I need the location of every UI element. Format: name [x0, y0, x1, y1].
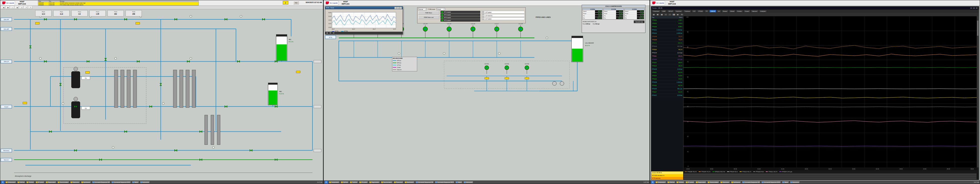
cursor-row[interactable]: 4CV155 deviation hi: [651, 174, 683, 177]
lp-option-row[interactable]: ✓ 1 LP loaded: [482, 11, 525, 14]
trend-tab[interactable]: Analysis: [759, 10, 767, 13]
tag-row[interactable]: PT6104 12.4 bar: [651, 51, 683, 54]
taskbar-button[interactable]: Parameters: [720, 181, 730, 184]
taskbar-button[interactable]: Valves: [455, 181, 463, 184]
legend-item[interactable]: PT6104 52.0: [727, 171, 738, 173]
toolbar-button[interactable]: ◀: [1, 6, 5, 9]
alarm-row[interactable]: 8/30/2025 5:36:41 AM 4CV155 Cold box tem…: [38, 2, 199, 4]
legend-item[interactable]: TT6111 30.2 K: [766, 171, 777, 173]
trend-tab[interactable]: Overview: [652, 10, 660, 13]
minimize-button[interactable]: –: [970, 7, 972, 9]
tag-row[interactable]: TT6112 35.6 K: [651, 61, 683, 64]
turbine-status-row[interactable]: ✓ 4T73 loaded: [441, 16, 480, 19]
turbine-status-row[interactable]: ✓ 4T71 loaded: [441, 11, 480, 13]
trend-tab[interactable]: Cold box: [675, 10, 683, 13]
taskbar-button[interactable]: Documentation: [707, 181, 719, 184]
vessel-1[interactable]: [276, 34, 287, 61]
tag-row[interactable]: PT6103 16.2 bar: [651, 45, 683, 48]
taskbar-button[interactable]: Commands Sequences CB: [415, 181, 434, 184]
taskbar-button[interactable]: Commands Sequences CB: [741, 181, 760, 184]
taskbar-button[interactable]: Instruments: [140, 181, 150, 184]
taskbar-button[interactable]: Parameters: [393, 181, 404, 184]
trend-popup-window[interactable]: 4T75 - Trend – □ × 60.0050.0040.0030.002…: [325, 6, 403, 34]
taskbar-button[interactable]: Commands Sequences CB: [92, 181, 110, 184]
tag-row[interactable]: PT6107 22.8 bar: [651, 94, 683, 97]
trend-tab[interactable]: TT: [704, 10, 709, 13]
checkbox-icon[interactable]: ✓: [482, 11, 484, 13]
tag-row[interactable]: TT6117 61.4 K: [651, 91, 683, 94]
trend-tool-button[interactable]: ❚❚: [672, 13, 676, 16]
start-button[interactable]: ⊞: [1, 181, 5, 184]
lp-option-row[interactable]: 1 LP stand-by: [482, 14, 525, 17]
vessel-2[interactable]: [268, 83, 277, 105]
trend-tab[interactable]: Shield: [729, 10, 736, 13]
toolbar-button[interactable]: ⚠: [19, 6, 23, 9]
toolbar-button[interactable]: ▶: [6, 6, 10, 9]
close-button[interactable]: ×: [975, 7, 978, 9]
pump-icons[interactable]: [552, 82, 564, 85]
taskbar-button[interactable]: Instruments: [463, 181, 473, 184]
turbine-status-row[interactable]: ✓ 4T75 loaded: [441, 19, 480, 22]
tag-row[interactable]: PT6102 1.048 bar: [651, 32, 683, 35]
tag-row[interactable]: PT6101 1.213 bar: [651, 29, 683, 32]
trend-tab[interactable]: Purifier: [736, 10, 743, 13]
tag-row[interactable]: FT6105 58.2 g/s: [651, 87, 683, 91]
taskbar-button[interactable]: Commands Sequences WCS: [761, 181, 781, 184]
start-button[interactable]: ⊞: [325, 181, 328, 184]
cold-compressor-unit[interactable]: CC370A Speed589 HzPower8.2 kWTin29.8 KPi…: [582, 8, 603, 19]
tag-row[interactable]: TT6114 41.8 K: [651, 74, 683, 77]
legend-item[interactable]: ST6101 66.0 Hz: [713, 171, 725, 173]
dewar-vessel[interactable]: [571, 36, 583, 62]
taskbar-button[interactable]: Compressors: [329, 181, 340, 184]
trend-tab[interactable]: HP-LP: [667, 10, 674, 13]
taskbar-button[interactable]: Turbines: [26, 181, 34, 184]
checkbox-icon[interactable]: [482, 14, 484, 16]
cursor-row[interactable]: 4T75 warning: [651, 177, 683, 180]
taskbar-button[interactable]: Parameters: [70, 181, 80, 184]
taskbar-button[interactable]: Valves: [781, 181, 789, 184]
value-select[interactable]: Actual▼: [436, 8, 445, 10]
trend-tab[interactable]: PT100: [697, 10, 704, 13]
taskbar-button[interactable]: Documentation: [380, 181, 393, 184]
turbine-status-row[interactable]: ✓ 4T72 loaded: [441, 14, 480, 16]
taskbar-button[interactable]: Compressors: [5, 181, 16, 184]
lp-option-row[interactable]: 2 LP loaded: [482, 18, 525, 20]
taskbar-button[interactable]: 2K system: [685, 181, 695, 184]
taskbar-button[interactable]: Dashboards: [81, 181, 91, 184]
taskbar-button[interactable]: Dashboards: [730, 181, 741, 184]
taskbar-button[interactable]: Cold box: [667, 181, 676, 184]
main-trend-chart[interactable]: 1009080706050403020100: [683, 16, 977, 167]
tag-row[interactable]: TT6101 4.52 K: [651, 19, 683, 22]
app-titlebar[interactable]: Trends - OB-45 – □ ×: [651, 6, 979, 10]
tag-row[interactable]: TT6111 30.2 K: [651, 54, 683, 58]
popup-tool-button[interactable]: ▤: [326, 32, 329, 34]
trend-tool-button[interactable]: ◩: [656, 13, 660, 16]
tag-row[interactable]: TT6116 52.7 K: [651, 84, 683, 87]
tag-row[interactable]: PT6106 1.152 bar: [651, 81, 683, 84]
cold-compressor-unit[interactable]: CC370B Speed612 HzPower8.6 kWTin30.1 KPi…: [603, 8, 624, 19]
legend-item[interactable]: TT6108 79.3 K: [685, 171, 697, 173]
tag-row[interactable]: TT6113 38.1 K: [651, 64, 683, 67]
trend-tool-button[interactable]: ↻: [680, 13, 684, 16]
taskbar-button[interactable]: Regeneration: [45, 181, 57, 184]
cascade-stop-button[interactable]: Cascade stop: [634, 20, 644, 23]
trend-tab[interactable]: Guard: [743, 10, 750, 13]
toolbar-button[interactable]: ▤: [15, 6, 19, 9]
taskbar-button[interactable]: Cold box: [340, 181, 349, 184]
trend-tool-button[interactable]: ▶: [676, 13, 679, 16]
legend-item[interactable]: TT6110 46.1 K: [740, 171, 751, 173]
taskbar-button[interactable]: Valves: [132, 181, 139, 184]
tag-row[interactable]: TT6108 79.3 K: [651, 35, 683, 38]
tag-row[interactable]: PT6105 4.02 bar: [651, 67, 683, 71]
trend-tab[interactable]: OB-45: [709, 10, 716, 13]
close-button[interactable]: ×: [399, 7, 402, 9]
tag-row[interactable]: LT6101 62.0 %: [651, 71, 683, 74]
trend-tab[interactable]: Vacuum: [751, 10, 759, 13]
taskbar-button[interactable]: Documentation: [57, 181, 69, 184]
trend-tab[interactable]: Dewar: [722, 10, 729, 13]
taskbar-button[interactable]: 2K system: [359, 181, 368, 184]
trend-tab[interactable]: Turbines: [683, 10, 691, 13]
toolbar-button[interactable]: ↗: [24, 6, 28, 9]
taskbar-button[interactable]: Regeneration: [369, 181, 380, 184]
tag-row[interactable]: TT6115 44.3 K: [651, 77, 683, 81]
